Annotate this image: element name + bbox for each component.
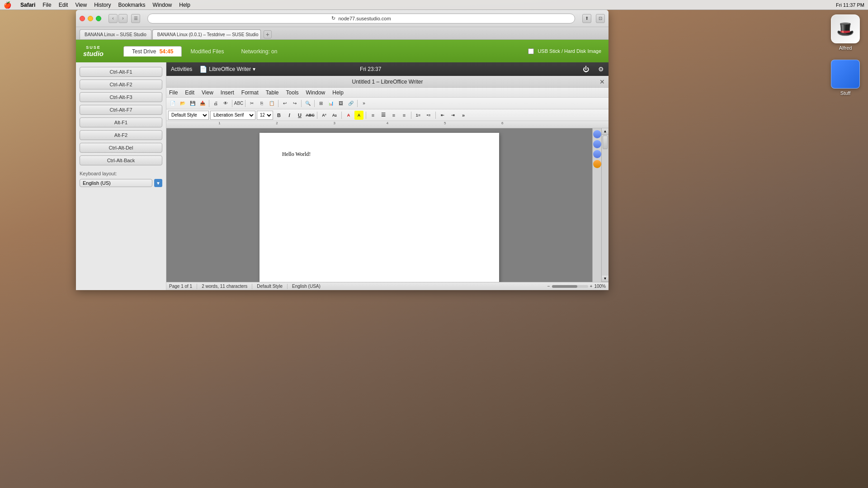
- scroll-down-btn[interactable]: ▼: [602, 276, 609, 282]
- address-bar[interactable]: ↻ node77.susestudio.com: [147, 14, 575, 23]
- zoom-slider[interactable]: [552, 285, 588, 288]
- lo-menu-format[interactable]: Format: [241, 89, 259, 96]
- strikethrough-button[interactable]: ABC: [306, 111, 315, 120]
- bullets-button[interactable]: •≡: [424, 111, 433, 120]
- sidebar-btn-ctrl-alt-f7[interactable]: Ctrl-Alt-F7: [80, 105, 162, 115]
- tb-save[interactable]: 💾: [188, 99, 197, 108]
- subscript-button[interactable]: A₂: [330, 111, 339, 120]
- keyboard-select-value[interactable]: English (US): [80, 179, 152, 187]
- apple-menu-icon[interactable]: 🍎: [4, 1, 11, 9]
- zoom-out-btn[interactable]: −: [547, 284, 550, 289]
- lo-menu-edit[interactable]: Edit: [184, 89, 195, 96]
- keyboard-layout-select[interactable]: English (US) ▼: [80, 179, 162, 187]
- safari-tab-0[interactable]: BANANA Linux – SUSE Studio: [80, 29, 151, 39]
- scroll-thumb[interactable]: [603, 136, 608, 149]
- lo-panel-icon-3[interactable]: [593, 150, 601, 158]
- justify[interactable]: ≡: [400, 111, 409, 120]
- suse-tab-networking[interactable]: Networking: on: [232, 46, 286, 56]
- lo-menu-table[interactable]: Table: [265, 89, 280, 96]
- font-color-button[interactable]: A: [344, 111, 353, 120]
- keyboard-select-arrow[interactable]: ▼: [154, 179, 162, 187]
- tb-undo[interactable]: ↩: [280, 99, 289, 108]
- zoom-in-btn[interactable]: +: [590, 284, 593, 289]
- sidebar-btn-ctrl-alt-f1[interactable]: Ctrl-Alt-F1: [80, 67, 162, 77]
- tb-hyperlink[interactable]: 🔗: [346, 99, 355, 108]
- sidebar-btn-ctrl-alt-back[interactable]: Ctrl-Alt-Back: [80, 155, 162, 165]
- suse-tab-modified[interactable]: Modified Files: [182, 46, 232, 56]
- tb-find[interactable]: 🔍: [303, 99, 312, 108]
- bold-button[interactable]: B: [274, 111, 283, 120]
- close-button[interactable]: [80, 16, 85, 21]
- menu-file[interactable]: File: [42, 2, 51, 8]
- tb-paste[interactable]: 📋: [267, 99, 276, 108]
- tb-redo[interactable]: ↪: [290, 99, 299, 108]
- tb-chart[interactable]: 📊: [326, 99, 335, 108]
- sidebar-toggle-button[interactable]: ☰: [131, 14, 140, 23]
- settings-button[interactable]: ⚙: [598, 66, 604, 73]
- indent-less[interactable]: ⇤: [438, 111, 447, 120]
- lo-menu-help[interactable]: Help: [331, 89, 344, 96]
- tb-more[interactable]: »: [359, 99, 368, 108]
- lo-menu-file[interactable]: File: [168, 89, 179, 96]
- tb-preview[interactable]: 👁: [221, 99, 230, 108]
- menu-bookmarks[interactable]: Bookmarks: [118, 2, 146, 8]
- align-center[interactable]: ☰: [379, 111, 388, 120]
- sidebar-btn-ctrl-alt-del[interactable]: Ctrl-Alt-Del: [80, 143, 162, 153]
- desktop-icon-stuff[interactable]: Stuff: [831, 60, 860, 96]
- tb-image[interactable]: 🖼: [336, 99, 345, 108]
- tb-open[interactable]: 📂: [178, 99, 187, 108]
- highlight-button[interactable]: A: [354, 111, 363, 120]
- lo-page[interactable]: Hello World!: [259, 133, 499, 282]
- scroll-track[interactable]: [602, 135, 609, 276]
- menu-help[interactable]: Help: [179, 2, 190, 8]
- menu-window[interactable]: Window: [153, 2, 172, 8]
- menu-edit[interactable]: Edit: [59, 2, 68, 8]
- safari-tab-1[interactable]: BANANA Linux (0.0.1) – Testdrive — SUSE …: [152, 29, 261, 39]
- activities-button[interactable]: Activities: [171, 66, 192, 72]
- tb-spellcheck[interactable]: ABC: [234, 99, 243, 108]
- tb-print[interactable]: 🖨: [211, 99, 220, 108]
- lo-document-text[interactable]: Hello World!: [282, 151, 476, 158]
- numbering-button[interactable]: 1≡: [414, 111, 423, 120]
- new-tab-button[interactable]: +: [264, 30, 272, 38]
- lo-document-scroll[interactable]: Hello World!: [166, 128, 592, 282]
- align-right[interactable]: ≡: [389, 111, 398, 120]
- writer-dropdown-arrow[interactable]: ▾: [253, 66, 255, 72]
- lo-menu-tools[interactable]: Tools: [285, 89, 300, 96]
- lo-menu-insert[interactable]: Insert: [220, 89, 235, 96]
- sidebar-btn-ctrl-alt-f3[interactable]: Ctrl-Alt-F3: [80, 92, 162, 102]
- sidebar-btn-alt-f1[interactable]: Alt-F1: [80, 117, 162, 127]
- tb-table[interactable]: ⊞: [316, 99, 326, 108]
- italic-button[interactable]: I: [285, 111, 294, 120]
- scroll-up-btn[interactable]: ▲: [602, 128, 609, 135]
- power-button[interactable]: ⏻: [583, 66, 589, 73]
- tb-copy[interactable]: ⎘: [257, 99, 266, 108]
- sidebar-btn-ctrl-alt-f2[interactable]: Ctrl-Alt-F2: [80, 80, 162, 89]
- minimize-button[interactable]: [88, 16, 93, 21]
- suse-tab-testdrive[interactable]: Test Drive 54:45: [123, 46, 182, 56]
- style-selector[interactable]: Default Style: [168, 111, 209, 120]
- lo-close-button[interactable]: ✕: [599, 78, 605, 85]
- lo-panel-icon-4[interactable]: [593, 160, 601, 168]
- align-left[interactable]: ≡: [368, 111, 377, 120]
- lo-zoom-bar[interactable]: − + 100%: [547, 284, 606, 289]
- lo-panel-icon-2[interactable]: [593, 140, 601, 148]
- format-more[interactable]: »: [459, 111, 468, 120]
- lo-panel-icon-1[interactable]: [593, 130, 601, 138]
- tb-saveas[interactable]: 📥: [198, 99, 207, 108]
- sidebar-btn-alt-f2[interactable]: Alt-F2: [80, 130, 162, 140]
- desktop-icon-alfred[interactable]: 🎩 Alfred: [831, 14, 860, 51]
- usb-checkbox[interactable]: [528, 48, 534, 54]
- indent-more[interactable]: ⇥: [448, 111, 458, 120]
- font-selector[interactable]: Liberation Serif: [210, 111, 255, 120]
- underline-button[interactable]: U: [295, 111, 304, 120]
- maximize-button[interactable]: [96, 16, 101, 21]
- font-size-selector[interactable]: 12: [257, 111, 273, 120]
- menu-history[interactable]: History: [94, 2, 111, 8]
- menu-safari[interactable]: Safari: [20, 2, 35, 8]
- reader-button[interactable]: ⊡: [596, 14, 605, 23]
- forward-button[interactable]: ›: [118, 14, 127, 23]
- share-button[interactable]: ⬆: [582, 14, 591, 23]
- suse-right-option[interactable]: USB Stick / Hard Disk Image: [528, 48, 601, 54]
- menu-view[interactable]: View: [75, 2, 87, 8]
